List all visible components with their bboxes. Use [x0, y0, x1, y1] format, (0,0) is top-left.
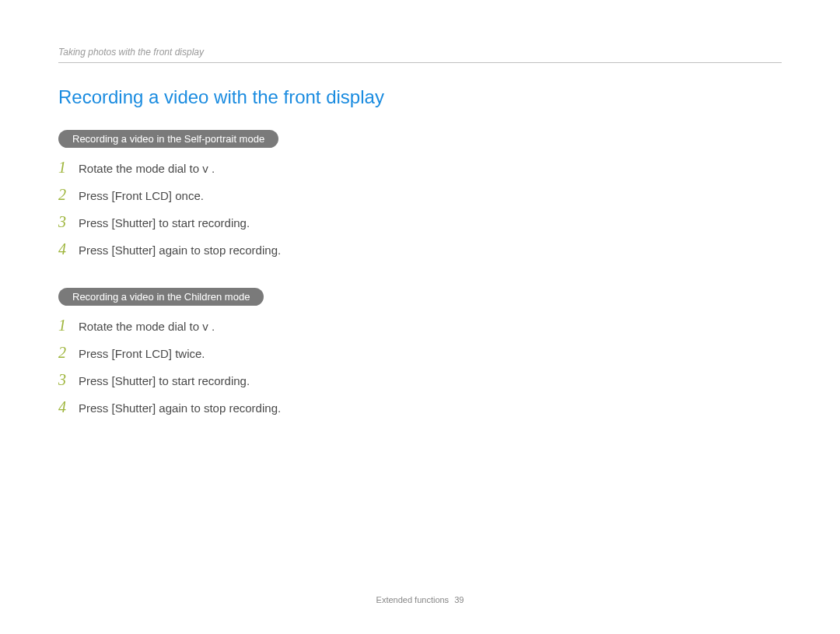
step-text: Press [Front LCD] twice. — [79, 347, 205, 360]
step-item: 4 Press [Shutter] again to stop recordin… — [58, 240, 782, 258]
step-number: 3 — [58, 371, 79, 389]
footer-section: Extended functions — [376, 595, 450, 604]
step-text: Press [Front LCD] once. — [79, 189, 204, 202]
pill-children: Recording a video in the Children mode — [58, 288, 264, 306]
step-item: 3 Press [Shutter] to start recording. — [58, 213, 782, 231]
footer: Extended functions 39 — [0, 595, 840, 604]
step-item: 1 Rotate the mode dial to v . — [58, 317, 782, 335]
step-item: 2 Press [Front LCD] twice. — [58, 344, 782, 362]
breadcrumb: Taking photos with the front display — [58, 47, 782, 58]
page-title: Recording a video with the front display — [58, 86, 782, 108]
step-number: 4 — [58, 240, 79, 258]
section-self-portrait: Recording a video in the Self-portrait m… — [58, 125, 782, 258]
step-number: 1 — [58, 159, 79, 177]
step-item: 4 Press [Shutter] again to stop recordin… — [58, 398, 782, 416]
step-item: 3 Press [Shutter] to start recording. — [58, 371, 782, 389]
step-number: 2 — [58, 186, 79, 204]
step-text: Rotate the mode dial to v . — [79, 162, 215, 175]
step-text: Rotate the mode dial to v . — [79, 320, 215, 333]
footer-page-number: 39 — [454, 595, 464, 604]
steps-self-portrait: 1 Rotate the mode dial to v . 2 Press [F… — [58, 159, 782, 258]
step-item: 2 Press [Front LCD] once. — [58, 186, 782, 204]
step-item: 1 Rotate the mode dial to v . — [58, 159, 782, 177]
divider — [58, 62, 782, 63]
pill-self-portrait: Recording a video in the Self-portrait m… — [58, 130, 278, 148]
step-number: 1 — [58, 317, 79, 335]
step-number: 4 — [58, 398, 79, 416]
step-text: Press [Shutter] to start recording. — [79, 374, 250, 387]
step-text: Press [Shutter] again to stop recording. — [79, 401, 281, 415]
steps-children: 1 Rotate the mode dial to v . 2 Press [F… — [58, 317, 782, 416]
step-text: Press [Shutter] again to stop recording. — [79, 243, 281, 257]
step-number: 3 — [58, 213, 79, 231]
step-number: 2 — [58, 344, 79, 362]
section-children: Recording a video in the Children mode 1… — [58, 283, 782, 416]
step-text: Press [Shutter] to start recording. — [79, 216, 250, 229]
